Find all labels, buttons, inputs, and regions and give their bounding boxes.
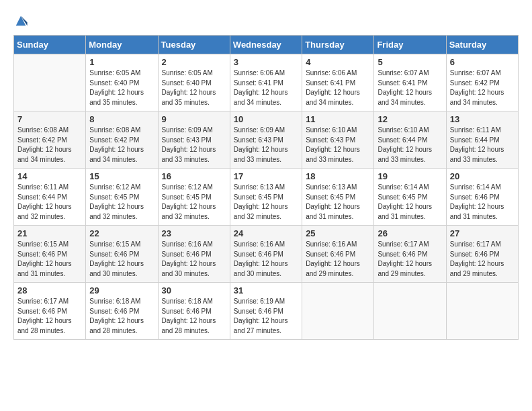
- day-number: 27: [450, 228, 515, 238]
- day-number: 12: [378, 114, 442, 124]
- sunrise-label: Sunrise: 6:18 AM: [89, 298, 140, 305]
- day-number: 7: [17, 114, 82, 124]
- sunrise-label: Sunrise: 6:16 AM: [234, 240, 285, 248]
- day-cell: [14, 54, 86, 111]
- daylight-label: Daylight: 12 hours and 34 minutes.: [378, 89, 432, 106]
- sunset-label: Sunset: 6:41 PM: [234, 79, 283, 87]
- sunset-label: Sunset: 6:46 PM: [306, 250, 355, 258]
- day-info: Sunrise: 6:08 AMSunset: 6:42 PMDaylight:…: [17, 126, 82, 165]
- day-number: 28: [17, 285, 82, 295]
- sunset-label: Sunset: 6:46 PM: [89, 308, 139, 315]
- day-info: Sunrise: 6:15 AMSunset: 6:46 PMDaylight:…: [17, 240, 82, 279]
- day-cell: 30Sunrise: 6:18 AMSunset: 6:46 PMDayligh…: [158, 283, 230, 340]
- calendar-table: SundayMondayTuesdayWednesdayThursdayFrid…: [13, 35, 519, 340]
- day-cell: 5Sunrise: 6:07 AMSunset: 6:41 PMDaylight…: [374, 54, 446, 111]
- day-cell: 29Sunrise: 6:18 AMSunset: 6:46 PMDayligh…: [86, 283, 158, 340]
- daylight-label: Daylight: 12 hours and 29 minutes.: [378, 260, 432, 277]
- daylight-label: Daylight: 12 hours and 28 minutes.: [17, 317, 72, 334]
- daylight-label: Daylight: 12 hours and 34 minutes.: [89, 146, 144, 163]
- daylight-label: Daylight: 12 hours and 34 minutes.: [450, 89, 504, 106]
- sunrise-label: Sunrise: 6:11 AM: [450, 126, 501, 134]
- daylight-label: Daylight: 12 hours and 31 minutes.: [17, 260, 72, 277]
- day-number: 9: [162, 114, 226, 124]
- sunset-label: Sunset: 6:46 PM: [450, 250, 500, 258]
- day-cell: 14Sunrise: 6:11 AMSunset: 6:44 PMDayligh…: [14, 169, 86, 226]
- day-info: Sunrise: 6:12 AMSunset: 6:45 PMDaylight:…: [162, 183, 226, 222]
- day-cell: 13Sunrise: 6:11 AMSunset: 6:44 PMDayligh…: [446, 111, 518, 169]
- sunrise-label: Sunrise: 6:06 AM: [234, 69, 285, 77]
- day-info: Sunrise: 6:07 AMSunset: 6:42 PMDaylight:…: [450, 68, 515, 107]
- day-number: 22: [89, 228, 154, 238]
- sunrise-label: Sunrise: 6:07 AM: [450, 69, 501, 77]
- day-info: Sunrise: 6:17 AMSunset: 6:46 PMDaylight:…: [378, 240, 442, 279]
- day-info: Sunrise: 6:09 AMSunset: 6:43 PMDaylight:…: [234, 126, 298, 165]
- daylight-label: Daylight: 12 hours and 31 minutes.: [450, 203, 504, 220]
- day-number: 26: [378, 228, 442, 238]
- day-number: 24: [234, 228, 298, 238]
- day-number: 18: [306, 171, 370, 181]
- day-cell: 15Sunrise: 6:12 AMSunset: 6:45 PMDayligh…: [86, 169, 158, 226]
- day-info: Sunrise: 6:05 AMSunset: 6:40 PMDaylight:…: [162, 68, 226, 107]
- sunrise-label: Sunrise: 6:16 AM: [306, 240, 357, 248]
- sunset-label: Sunset: 6:46 PM: [234, 250, 283, 258]
- day-info: Sunrise: 6:05 AMSunset: 6:40 PMDaylight:…: [89, 68, 154, 107]
- day-info: Sunrise: 6:13 AMSunset: 6:45 PMDaylight:…: [306, 183, 370, 222]
- sunrise-label: Sunrise: 6:05 AM: [162, 69, 213, 77]
- sunset-label: Sunset: 6:41 PM: [378, 79, 427, 87]
- page-header: [13, 13, 519, 28]
- daylight-label: Daylight: 12 hours and 35 minutes.: [89, 89, 144, 106]
- col-header-monday: Monday: [86, 36, 158, 54]
- day-info: Sunrise: 6:12 AMSunset: 6:45 PMDaylight:…: [89, 183, 154, 222]
- day-cell: [302, 283, 374, 340]
- day-number: 8: [89, 114, 154, 124]
- day-number: 17: [234, 171, 298, 181]
- sunset-label: Sunset: 6:44 PM: [450, 136, 500, 144]
- day-info: Sunrise: 6:14 AMSunset: 6:46 PMDaylight:…: [450, 183, 515, 222]
- daylight-label: Daylight: 12 hours and 29 minutes.: [306, 260, 360, 277]
- day-cell: 16Sunrise: 6:12 AMSunset: 6:45 PMDayligh…: [158, 169, 230, 226]
- day-info: Sunrise: 6:10 AMSunset: 6:44 PMDaylight:…: [378, 126, 442, 165]
- day-cell: 20Sunrise: 6:14 AMSunset: 6:46 PMDayligh…: [446, 169, 518, 226]
- sunset-label: Sunset: 6:46 PM: [17, 250, 67, 258]
- day-cell: 27Sunrise: 6:17 AMSunset: 6:46 PMDayligh…: [446, 226, 518, 283]
- daylight-label: Daylight: 12 hours and 28 minutes.: [89, 317, 144, 334]
- sunrise-label: Sunrise: 6:13 AM: [306, 183, 357, 191]
- day-number: 13: [450, 114, 515, 124]
- day-number: 6: [450, 57, 515, 67]
- sunrise-label: Sunrise: 6:08 AM: [17, 126, 69, 134]
- sunrise-label: Sunrise: 6:10 AM: [378, 126, 429, 134]
- day-cell: 6Sunrise: 6:07 AMSunset: 6:42 PMDaylight…: [446, 54, 518, 111]
- day-info: Sunrise: 6:11 AMSunset: 6:44 PMDaylight:…: [450, 126, 515, 165]
- day-info: Sunrise: 6:18 AMSunset: 6:46 PMDaylight:…: [89, 297, 154, 336]
- sunrise-label: Sunrise: 6:17 AM: [450, 240, 501, 248]
- daylight-label: Daylight: 12 hours and 32 minutes.: [89, 203, 144, 220]
- day-cell: 31Sunrise: 6:19 AMSunset: 6:46 PMDayligh…: [230, 283, 302, 340]
- day-number: 31: [234, 285, 298, 295]
- sunrise-label: Sunrise: 6:09 AM: [234, 126, 285, 134]
- day-cell: 26Sunrise: 6:17 AMSunset: 6:46 PMDayligh…: [374, 226, 446, 283]
- day-number: 23: [162, 228, 226, 238]
- day-cell: 8Sunrise: 6:08 AMSunset: 6:42 PMDaylight…: [86, 111, 158, 169]
- sunset-label: Sunset: 6:46 PM: [378, 250, 427, 258]
- daylight-label: Daylight: 12 hours and 30 minutes.: [234, 260, 288, 277]
- daylight-label: Daylight: 12 hours and 29 minutes.: [450, 260, 504, 277]
- sunrise-label: Sunrise: 6:17 AM: [17, 298, 69, 305]
- daylight-label: Daylight: 12 hours and 34 minutes.: [234, 89, 288, 106]
- sunrise-label: Sunrise: 6:06 AM: [306, 69, 357, 77]
- daylight-label: Daylight: 12 hours and 31 minutes.: [306, 203, 360, 220]
- sunrise-label: Sunrise: 6:09 AM: [162, 126, 213, 134]
- col-header-wednesday: Wednesday: [230, 36, 302, 54]
- day-cell: 28Sunrise: 6:17 AMSunset: 6:46 PMDayligh…: [14, 283, 86, 340]
- day-number: 11: [306, 114, 370, 124]
- day-info: Sunrise: 6:19 AMSunset: 6:46 PMDaylight:…: [234, 297, 298, 336]
- sunset-label: Sunset: 6:43 PM: [306, 136, 355, 144]
- day-info: Sunrise: 6:10 AMSunset: 6:43 PMDaylight:…: [306, 126, 370, 165]
- day-cell: 19Sunrise: 6:14 AMSunset: 6:45 PMDayligh…: [374, 169, 446, 226]
- logo-icon: [13, 13, 28, 28]
- sunrise-label: Sunrise: 6:14 AM: [378, 183, 429, 191]
- day-info: Sunrise: 6:18 AMSunset: 6:46 PMDaylight:…: [162, 297, 226, 336]
- day-number: 20: [450, 171, 515, 181]
- daylight-label: Daylight: 12 hours and 33 minutes.: [234, 146, 288, 163]
- daylight-label: Daylight: 12 hours and 33 minutes.: [378, 146, 432, 163]
- day-info: Sunrise: 6:09 AMSunset: 6:43 PMDaylight:…: [162, 126, 226, 165]
